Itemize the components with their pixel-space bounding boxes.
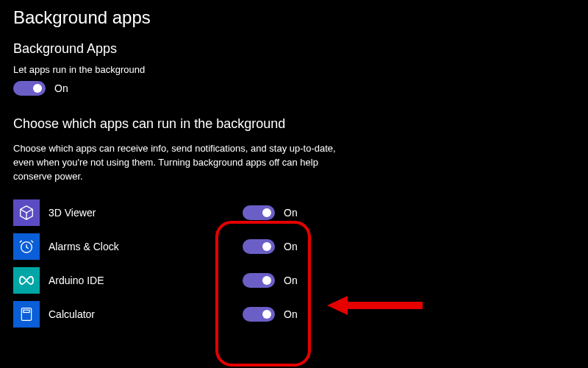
app-toggle-state: On	[284, 207, 298, 219]
app-icon-alarm	[13, 233, 40, 260]
svg-rect-2	[24, 310, 29, 312]
app-icon-infinity	[13, 267, 40, 294]
choose-description: Choose which apps can receive info, send…	[13, 142, 337, 184]
app-name: Arduino IDE	[49, 275, 104, 286]
app-row: 3D ViewerOn	[13, 196, 575, 230]
app-icon-cube	[13, 199, 40, 226]
app-toggle-state: On	[284, 308, 298, 320]
app-toggle[interactable]	[243, 273, 275, 288]
app-toggle-state: On	[284, 241, 298, 252]
master-toggle[interactable]	[13, 81, 46, 96]
app-icon-calc	[13, 301, 40, 328]
master-toggle-state: On	[54, 82, 68, 94]
app-toggle[interactable]	[243, 205, 275, 220]
app-name: 3D Viewer	[49, 207, 96, 219]
section-heading-master: Background Apps	[13, 41, 575, 57]
app-row: CalculatorOn	[13, 297, 575, 331]
master-toggle-label: Let apps run in the background	[13, 64, 575, 75]
app-toggle-state: On	[284, 275, 298, 286]
app-name: Alarms & Clock	[49, 241, 119, 252]
page-title: Background apps	[13, 7, 575, 28]
app-name: Calculator	[49, 308, 95, 320]
master-toggle-row: On	[13, 81, 575, 96]
app-row: Alarms & ClockOn	[13, 230, 575, 263]
app-row: Arduino IDEOn	[13, 263, 575, 297]
app-toggle[interactable]	[243, 307, 275, 322]
app-toggle[interactable]	[243, 239, 275, 254]
section-heading-choose: Choose which apps can run in the backgro…	[13, 116, 575, 132]
